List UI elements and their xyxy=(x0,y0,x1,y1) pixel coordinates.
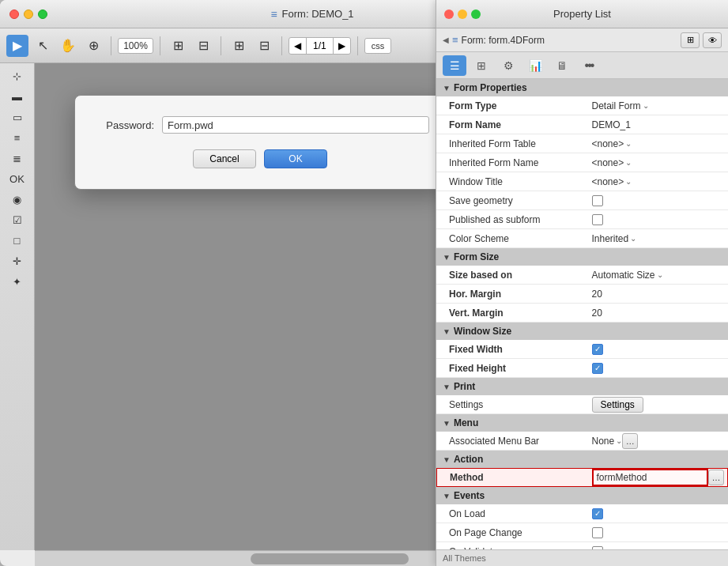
on-load-checkbox[interactable] xyxy=(592,508,603,519)
star-tool[interactable]: ✦ xyxy=(5,272,30,291)
menu-bar-action-btn[interactable]: … xyxy=(622,433,638,449)
button-tool[interactable]: OK xyxy=(5,169,30,188)
checkbox-icon: ☑ xyxy=(13,214,22,226)
section-form-size[interactable]: ▼ Form Size xyxy=(436,248,728,266)
print-collapse-icon: ▼ xyxy=(443,383,451,391)
prop-method-label: Method xyxy=(450,472,592,483)
breadcrumb-collapse-icon[interactable]: ◀ xyxy=(443,36,449,44)
prop-on-page-change-value xyxy=(592,527,729,538)
tab-settings[interactable]: ⚙ xyxy=(496,55,520,76)
prop-minimize-button[interactable] xyxy=(458,9,467,19)
display-icon: 🖥 xyxy=(556,59,568,72)
prop-traffic-lights xyxy=(444,9,481,19)
prev-page-button[interactable]: ◀ xyxy=(289,38,307,54)
window-title-arrow: ⌄ xyxy=(625,177,632,186)
prop-color-scheme-value[interactable]: Inherited ⌄ xyxy=(592,233,729,244)
select-tool-button[interactable]: ↖ xyxy=(32,35,54,57)
breadcrumb-eye-btn[interactable]: 👁 xyxy=(703,32,722,48)
breadcrumb-nav-btn[interactable]: ⊞ xyxy=(681,32,700,48)
fixed-height-checkbox[interactable] xyxy=(592,363,603,374)
maximize-button[interactable] xyxy=(38,9,47,19)
dialog-buttons: Cancel OK xyxy=(91,149,429,168)
prop-fixed-width-value xyxy=(592,344,729,355)
method-action-btn[interactable]: … xyxy=(708,470,724,485)
cancel-button[interactable]: Cancel xyxy=(193,149,256,168)
hand-tool-button[interactable]: ✋ xyxy=(57,35,79,57)
dialog-label: Password: xyxy=(91,119,154,131)
radio-tool[interactable]: ◉ xyxy=(5,190,30,209)
form-icon: ≡ xyxy=(270,8,277,21)
next-page-button[interactable]: ▶ xyxy=(334,38,350,54)
on-page-change-checkbox[interactable] xyxy=(592,527,603,538)
prop-inherited-table-value[interactable]: <none> ⌄ xyxy=(592,138,729,149)
prop-save-geometry-label: Save geometry xyxy=(449,195,592,206)
prop-close-button[interactable] xyxy=(444,9,454,19)
shape-tool-2[interactable]: ≡ xyxy=(5,128,30,147)
prop-vert-margin-value: 20 xyxy=(592,308,729,319)
prop-window-title-value[interactable]: <none> ⌄ xyxy=(592,176,729,187)
section-events[interactable]: ▼ Events xyxy=(436,487,728,504)
section-print[interactable]: ▼ Print xyxy=(436,378,728,395)
layout-btn-1[interactable]: ⊞ xyxy=(167,35,189,57)
hor-margin-text: 20 xyxy=(592,289,602,300)
form-type-display: Detail Form xyxy=(592,100,641,111)
prop-inherited-table-label: Inherited Form Table xyxy=(449,138,592,149)
prop-on-page-change-label: On Page Change xyxy=(449,527,592,538)
scrollbar-thumb[interactable] xyxy=(251,553,409,564)
tab-chart[interactable]: 📊 xyxy=(523,55,547,76)
section-window-size[interactable]: ▼ Window Size xyxy=(436,323,728,340)
zoom-display[interactable]: 100% xyxy=(118,38,153,54)
distribute-btn[interactable]: ⊟ xyxy=(253,35,275,57)
section-events-label: Events xyxy=(454,490,485,501)
events-collapse-icon: ▼ xyxy=(443,492,451,500)
layout-btn-2[interactable]: ⊟ xyxy=(192,35,214,57)
prop-form-type-value[interactable]: Detail Form ⌄ xyxy=(592,100,729,111)
section-form-properties[interactable]: ▼ Form Properties xyxy=(436,79,728,96)
section-action[interactable]: ▼ Action xyxy=(436,451,728,468)
section-form-properties-label: Form Properties xyxy=(454,82,527,93)
prop-size-based-label: Size based on xyxy=(449,270,592,281)
run-button[interactable]: ▶ xyxy=(6,35,28,57)
password-input[interactable] xyxy=(162,116,429,134)
prop-inherited-name-value[interactable]: <none> ⌄ xyxy=(592,157,729,168)
close-button[interactable] xyxy=(9,9,19,19)
ok-button[interactable]: OK xyxy=(264,149,327,168)
prop-form-name-label: Form Name xyxy=(449,119,592,130)
section-menu[interactable]: ▼ Menu xyxy=(436,414,728,432)
rect-tool[interactable]: □ xyxy=(5,231,30,250)
tab-properties[interactable]: ☰ xyxy=(443,55,466,76)
tab-events[interactable]: ⊞ xyxy=(470,55,493,76)
method-value-text[interactable]: formMethod xyxy=(592,469,709,486)
color-scheme-text: Inherited ⌄ xyxy=(592,233,637,244)
size-based-arrow: ⌄ xyxy=(657,270,663,279)
pointer-tool[interactable]: ⊹ xyxy=(5,66,30,85)
page-indicator: 1/1 xyxy=(307,38,334,54)
row-settings: Settings Settings xyxy=(436,395,728,414)
zoom-tool-button[interactable]: ⊕ xyxy=(82,35,104,57)
fixed-width-checkbox[interactable] xyxy=(592,344,603,355)
tab-display[interactable]: 🖥 xyxy=(550,55,574,76)
checkbox-tool[interactable]: ☑ xyxy=(5,210,30,229)
settings-button[interactable]: Settings xyxy=(592,397,643,413)
cross-tool[interactable]: ✛ xyxy=(5,251,30,270)
shape-tool-3[interactable]: ≣ xyxy=(5,149,30,168)
shape-icon-2: ≡ xyxy=(14,132,21,144)
prop-form-name-value: DEMO_1 xyxy=(592,119,729,130)
left-toolbar: ⊹ ▬ ▭ ≡ ≣ OK ◉ ☑ □ ✛ ✦ xyxy=(0,63,35,550)
align-btn[interactable]: ⊞ xyxy=(228,35,250,57)
published-subform-checkbox[interactable] xyxy=(592,214,603,225)
prop-maximize-button[interactable] xyxy=(471,9,481,19)
tab-more[interactable]: ••• xyxy=(577,55,601,76)
save-geometry-checkbox[interactable] xyxy=(592,195,603,206)
minimize-button[interactable] xyxy=(24,9,33,19)
text-tool[interactable]: ▬ xyxy=(5,87,30,106)
css-button[interactable]: css xyxy=(364,38,392,54)
shape-tool-1[interactable]: ▭ xyxy=(5,108,30,126)
dialog-form-row: Password: xyxy=(91,116,429,134)
inherited-table-text: <none> ⌄ xyxy=(592,138,632,149)
menu-bar-text[interactable]: None ⌄ xyxy=(592,436,623,447)
prop-size-based-value[interactable]: Automatic Size ⌄ xyxy=(592,270,729,281)
more-icon: ••• xyxy=(585,58,594,73)
layout-icon-2: ⊟ xyxy=(198,38,209,53)
prop-published-subform-label: Published as subform xyxy=(449,214,592,225)
